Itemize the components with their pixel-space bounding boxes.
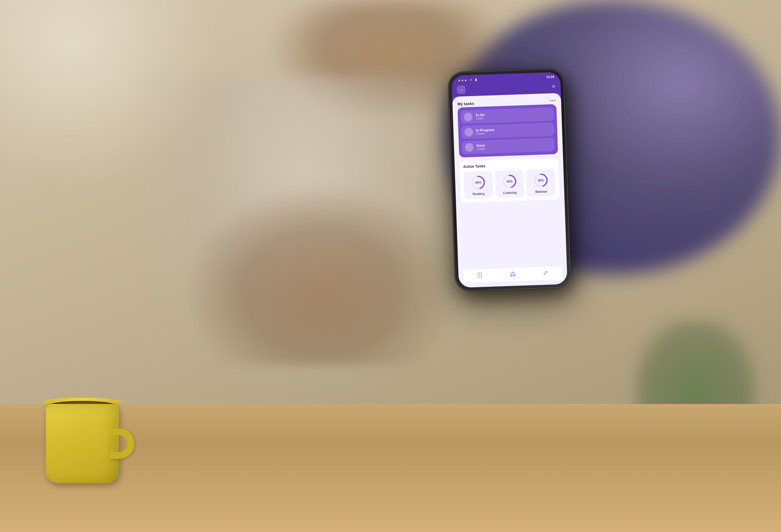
task-info-inprogress: In Progress 3 tasks: [476, 126, 551, 135]
phone-screen: ▲▲▲ ≈ ▮ 13:34 ‹ ≡: [452, 72, 568, 288]
menu-icon: ≡: [552, 84, 556, 89]
task-info-todo: To Do 1 task: [475, 111, 551, 120]
task-info-done: Done 5 tasks: [477, 141, 552, 150]
nav-home-button[interactable]: [509, 271, 516, 279]
progress-text-webinar: 45%: [533, 172, 549, 189]
progress-text-listening: 45%: [501, 173, 518, 190]
task-item-done[interactable]: Done 5 tasks: [462, 138, 554, 154]
nav-documents-button[interactable]: [477, 272, 483, 280]
card-label-listening: Listening: [503, 191, 517, 195]
menu-button[interactable]: ≡: [552, 84, 556, 89]
hand-blur: [183, 183, 458, 366]
active-cards: 45% Reading 45%: [463, 169, 556, 199]
bottom-nav: [463, 266, 562, 282]
task-dot-done: [465, 143, 474, 152]
nav-edit-button[interactable]: [542, 270, 549, 278]
back-button[interactable]: ‹: [457, 85, 465, 94]
wifi-icon: ≈: [470, 78, 472, 81]
cup-body: [46, 404, 119, 483]
active-card-reading[interactable]: 45% Reading: [463, 171, 493, 199]
app-content: My tasks ••• To Do 1 task: [452, 93, 568, 288]
tasks-list: To Do 1 task In Progress 3 tasks: [458, 104, 558, 157]
my-tasks-section: My tasks ••• To Do 1 task: [457, 98, 558, 158]
coffee-cup: [40, 386, 131, 483]
battery-icon: ▮: [475, 78, 477, 81]
coffee-cup-container: [40, 386, 156, 507]
card-label-webinar: Webinar: [535, 190, 547, 193]
progress-ring-listening: 45%: [501, 173, 518, 190]
spacer: [461, 203, 562, 266]
active-tasks-section: Active Tasks 45% Reading: [459, 158, 560, 203]
task-dot-inprogress: [464, 128, 473, 137]
cup-handle: [110, 428, 134, 459]
phone-outer: ▲▲▲ ≈ ▮ 13:34 ‹ ≡: [448, 68, 571, 292]
task-item-inprogress[interactable]: In Progress 3 tasks: [461, 123, 554, 139]
back-icon: ‹: [460, 87, 462, 92]
progress-ring-reading: 45%: [470, 174, 487, 191]
signal-icon: ▲▲▲: [458, 78, 467, 82]
status-time: 13:34: [546, 75, 554, 79]
task-dot-todo: [464, 113, 472, 121]
active-card-webinar[interactable]: 45% Webinar: [526, 169, 556, 197]
task-item-todo[interactable]: To Do 1 task: [461, 107, 554, 124]
phone-wrapper: ▲▲▲ ≈ ▮ 13:34 ‹ ≡: [448, 68, 571, 292]
svg-line-10: [546, 272, 547, 273]
my-tasks-title: My tasks: [457, 101, 474, 106]
home-icon: [509, 271, 516, 277]
edit-icon: [542, 270, 549, 276]
progress-ring-webinar: 45%: [533, 172, 549, 189]
card-label-reading: Reading: [472, 192, 485, 196]
progress-text-reading: 45%: [470, 174, 487, 191]
status-signal: ▲▲▲ ≈ ▮: [458, 78, 477, 82]
active-card-listening[interactable]: 45% Listening: [495, 170, 525, 198]
active-tasks-title: Active Tasks: [463, 162, 554, 169]
documents-icon: [477, 272, 483, 278]
my-tasks-more-button[interactable]: •••: [550, 98, 556, 103]
